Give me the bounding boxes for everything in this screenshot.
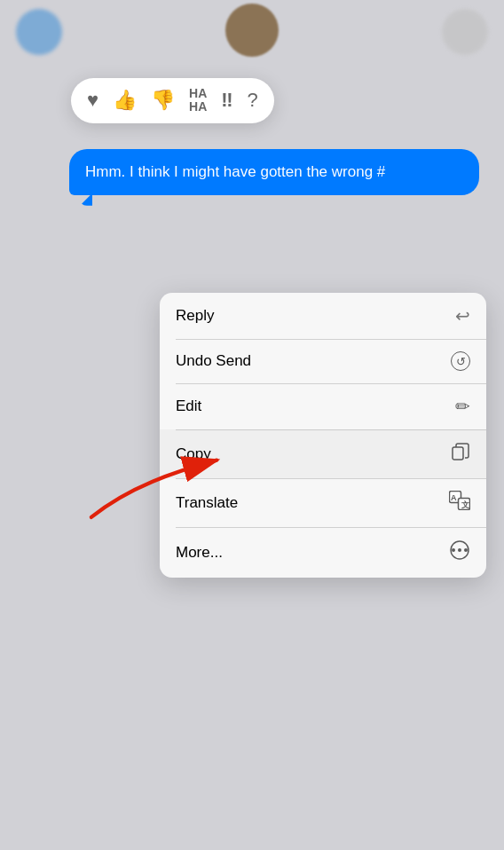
menu-item-edit[interactable]: Edit ✏ (160, 383, 486, 429)
menu-edit-label: Edit (176, 397, 201, 415)
reaction-thumbsup-icon[interactable]: 👍 (113, 89, 137, 112)
svg-text:A: A (451, 493, 457, 502)
menu-item-copy[interactable]: Copy (160, 429, 486, 478)
message-text: Hmm. I think I might have gotten the wro… (85, 163, 385, 180)
avatar-center (225, 4, 279, 57)
svg-point-5 (452, 548, 455, 552)
reaction-exclamation-icon[interactable]: ‼ (221, 89, 232, 112)
reaction-bar: ♥ 👍 👎 HAHA ‼ ? (71, 78, 274, 123)
menu-translate-label: Translate (176, 494, 238, 512)
menu-item-translate[interactable]: Translate A 文 (160, 478, 486, 527)
reaction-haha-icon[interactable]: HAHA (189, 87, 207, 114)
menu-more-label: More... (176, 544, 223, 562)
message-bubble: Hmm. I think I might have gotten the wro… (69, 149, 479, 195)
copy-icon (451, 442, 470, 466)
more-icon (449, 539, 470, 565)
undo-send-icon: ↺ (451, 351, 470, 371)
avatar-left (16, 9, 62, 55)
svg-text:文: 文 (461, 500, 469, 509)
reaction-thumbsdown-icon[interactable]: 👎 (151, 89, 175, 112)
menu-reply-label: Reply (176, 307, 214, 325)
reaction-question-icon[interactable]: ? (248, 89, 258, 112)
menu-item-reply[interactable]: Reply ↩ (160, 293, 486, 339)
avatar-right (442, 9, 488, 55)
svg-point-7 (464, 548, 468, 552)
context-menu: Reply ↩ Undo Send ↺ Edit ✏ Copy Translat… (160, 293, 486, 578)
reply-icon: ↩ (455, 305, 470, 327)
svg-point-6 (458, 548, 461, 552)
menu-undo-send-label: Undo Send (176, 352, 251, 370)
reaction-heart-icon[interactable]: ♥ (87, 89, 98, 112)
svg-rect-0 (453, 447, 463, 460)
menu-copy-label: Copy (176, 445, 211, 463)
menu-item-more[interactable]: More... (160, 527, 486, 578)
menu-item-undo-send[interactable]: Undo Send ↺ (160, 339, 486, 383)
edit-icon: ✏ (455, 396, 470, 417)
translate-icon: A 文 (449, 491, 470, 515)
